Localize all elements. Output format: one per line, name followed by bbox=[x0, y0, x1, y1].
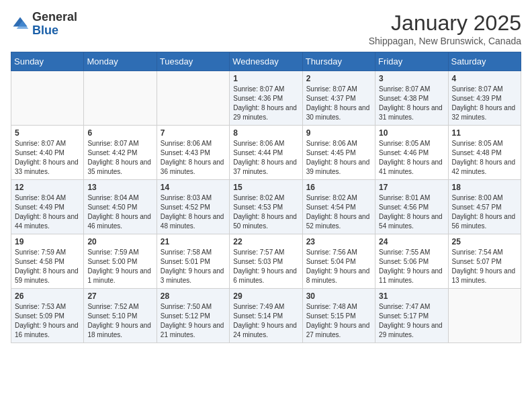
day-number: 18 bbox=[452, 183, 517, 192]
day-content: Sunrise: 8:05 AMSunset: 4:46 PMDaylight:… bbox=[379, 139, 444, 177]
page-header: General Blue January 2025 Shippagan, New… bbox=[11, 11, 521, 46]
calendar-cell: 5Sunrise: 8:07 AMSunset: 4:40 PMDaylight… bbox=[11, 126, 84, 180]
calendar-cell: 3Sunrise: 8:07 AMSunset: 4:38 PMDaylight… bbox=[375, 71, 448, 126]
day-number: 5 bbox=[15, 128, 80, 138]
calendar-cell bbox=[157, 71, 229, 126]
day-number: 8 bbox=[233, 128, 298, 138]
day-number: 31 bbox=[379, 291, 444, 301]
title-block: January 2025 Shippagan, New Brunswick, C… bbox=[369, 11, 521, 46]
logo-blue: Blue bbox=[32, 24, 58, 37]
day-content: Sunrise: 7:49 AMSunset: 5:14 PMDaylight:… bbox=[233, 302, 298, 340]
day-number: 20 bbox=[87, 237, 152, 246]
day-content: Sunrise: 8:07 AMSunset: 4:39 PMDaylight:… bbox=[452, 85, 517, 122]
logo: General Blue bbox=[11, 11, 77, 38]
day-number: 11 bbox=[452, 128, 517, 138]
day-content: Sunrise: 7:59 AMSunset: 5:00 PMDaylight:… bbox=[87, 248, 152, 285]
calendar-cell: 10Sunrise: 8:05 AMSunset: 4:46 PMDayligh… bbox=[375, 126, 448, 180]
calendar-cell: 13Sunrise: 8:04 AMSunset: 4:50 PMDayligh… bbox=[84, 180, 157, 234]
day-content: Sunrise: 8:06 AMSunset: 4:45 PMDaylight:… bbox=[306, 139, 371, 177]
weekday-header: Wednesday bbox=[230, 52, 302, 71]
day-content: Sunrise: 8:07 AMSunset: 4:38 PMDaylight:… bbox=[379, 85, 444, 122]
calendar-week-row: 19Sunrise: 7:59 AMSunset: 4:58 PMDayligh… bbox=[11, 234, 521, 289]
weekday-header: Sunday bbox=[11, 52, 84, 71]
calendar-week-row: 12Sunrise: 8:04 AMSunset: 4:49 PMDayligh… bbox=[11, 180, 521, 234]
day-content: Sunrise: 7:56 AMSunset: 5:04 PMDaylight:… bbox=[306, 248, 371, 285]
day-number: 26 bbox=[15, 291, 80, 301]
day-number: 12 bbox=[15, 183, 80, 192]
day-number: 10 bbox=[379, 128, 444, 138]
calendar-cell: 25Sunrise: 7:54 AMSunset: 5:07 PMDayligh… bbox=[448, 234, 521, 289]
weekday-header-row: SundayMondayTuesdayWednesdayThursdayFrid… bbox=[11, 52, 521, 71]
calendar-cell: 29Sunrise: 7:49 AMSunset: 5:14 PMDayligh… bbox=[230, 289, 302, 343]
calendar-cell: 27Sunrise: 7:52 AMSunset: 5:10 PMDayligh… bbox=[84, 289, 157, 343]
calendar-cell bbox=[448, 289, 521, 343]
calendar-cell: 18Sunrise: 8:00 AMSunset: 4:57 PMDayligh… bbox=[448, 180, 521, 234]
day-content: Sunrise: 8:06 AMSunset: 4:43 PMDaylight:… bbox=[161, 139, 226, 177]
calendar-cell: 16Sunrise: 8:02 AMSunset: 4:54 PMDayligh… bbox=[302, 180, 375, 234]
day-content: Sunrise: 8:07 AMSunset: 4:37 PMDaylight:… bbox=[306, 85, 371, 122]
calendar-cell: 24Sunrise: 7:55 AMSunset: 5:06 PMDayligh… bbox=[375, 234, 448, 289]
day-number: 13 bbox=[87, 183, 152, 192]
day-content: Sunrise: 7:53 AMSunset: 5:09 PMDaylight:… bbox=[15, 302, 80, 340]
day-number: 14 bbox=[161, 183, 226, 192]
day-number: 29 bbox=[233, 291, 298, 301]
weekday-header: Monday bbox=[84, 52, 157, 71]
day-content: Sunrise: 8:00 AMSunset: 4:57 PMDaylight:… bbox=[452, 193, 517, 231]
logo-text: General Blue bbox=[32, 11, 77, 38]
weekday-header: Tuesday bbox=[157, 52, 229, 71]
day-content: Sunrise: 7:55 AMSunset: 5:06 PMDaylight:… bbox=[379, 248, 444, 285]
day-content: Sunrise: 7:54 AMSunset: 5:07 PMDaylight:… bbox=[452, 248, 517, 285]
weekday-header: Friday bbox=[375, 52, 448, 71]
calendar-cell: 31Sunrise: 7:47 AMSunset: 5:17 PMDayligh… bbox=[375, 289, 448, 343]
day-number: 17 bbox=[379, 183, 444, 192]
calendar-cell: 7Sunrise: 8:06 AMSunset: 4:43 PMDaylight… bbox=[157, 126, 229, 180]
day-content: Sunrise: 7:58 AMSunset: 5:01 PMDaylight:… bbox=[161, 248, 226, 285]
day-number: 6 bbox=[87, 128, 152, 138]
day-number: 3 bbox=[379, 74, 444, 83]
calendar-cell bbox=[11, 71, 84, 126]
day-content: Sunrise: 7:50 AMSunset: 5:12 PMDaylight:… bbox=[161, 302, 226, 340]
day-content: Sunrise: 8:07 AMSunset: 4:36 PMDaylight:… bbox=[233, 85, 298, 122]
day-number: 23 bbox=[306, 237, 371, 246]
calendar-cell: 23Sunrise: 7:56 AMSunset: 5:04 PMDayligh… bbox=[302, 234, 375, 289]
day-content: Sunrise: 8:07 AMSunset: 4:42 PMDaylight:… bbox=[87, 139, 152, 177]
calendar-week-row: 26Sunrise: 7:53 AMSunset: 5:09 PMDayligh… bbox=[11, 289, 521, 343]
calendar-cell: 1Sunrise: 8:07 AMSunset: 4:36 PMDaylight… bbox=[230, 71, 302, 126]
calendar-cell: 11Sunrise: 8:05 AMSunset: 4:48 PMDayligh… bbox=[448, 126, 521, 180]
day-content: Sunrise: 8:03 AMSunset: 4:52 PMDaylight:… bbox=[161, 193, 226, 231]
location: Shippagan, New Brunswick, Canada bbox=[369, 36, 521, 46]
calendar-cell: 26Sunrise: 7:53 AMSunset: 5:09 PMDayligh… bbox=[11, 289, 84, 343]
day-content: Sunrise: 8:06 AMSunset: 4:44 PMDaylight:… bbox=[233, 139, 298, 177]
day-number: 25 bbox=[452, 237, 517, 246]
day-number: 9 bbox=[306, 128, 371, 138]
calendar-cell: 12Sunrise: 8:04 AMSunset: 4:49 PMDayligh… bbox=[11, 180, 84, 234]
calendar-cell bbox=[84, 71, 157, 126]
calendar-cell: 6Sunrise: 8:07 AMSunset: 4:42 PMDaylight… bbox=[84, 126, 157, 180]
calendar-cell: 17Sunrise: 8:01 AMSunset: 4:56 PMDayligh… bbox=[375, 180, 448, 234]
day-content: Sunrise: 8:02 AMSunset: 4:54 PMDaylight:… bbox=[306, 193, 371, 231]
day-content: Sunrise: 8:04 AMSunset: 4:49 PMDaylight:… bbox=[15, 193, 80, 231]
day-number: 1 bbox=[233, 74, 298, 83]
day-number: 7 bbox=[161, 128, 226, 138]
calendar-cell: 14Sunrise: 8:03 AMSunset: 4:52 PMDayligh… bbox=[157, 180, 229, 234]
calendar-week-row: 1Sunrise: 8:07 AMSunset: 4:36 PMDaylight… bbox=[11, 71, 521, 126]
logo-general: General bbox=[32, 10, 77, 24]
calendar-cell: 22Sunrise: 7:57 AMSunset: 5:03 PMDayligh… bbox=[230, 234, 302, 289]
day-number: 30 bbox=[306, 291, 371, 301]
day-content: Sunrise: 7:47 AMSunset: 5:17 PMDaylight:… bbox=[379, 302, 444, 340]
day-content: Sunrise: 7:52 AMSunset: 5:10 PMDaylight:… bbox=[87, 302, 152, 340]
weekday-header: Thursday bbox=[302, 52, 375, 71]
day-number: 15 bbox=[233, 183, 298, 192]
calendar-cell: 28Sunrise: 7:50 AMSunset: 5:12 PMDayligh… bbox=[157, 289, 229, 343]
logo-icon bbox=[11, 15, 30, 34]
day-content: Sunrise: 8:07 AMSunset: 4:40 PMDaylight:… bbox=[15, 139, 80, 177]
calendar-cell: 30Sunrise: 7:48 AMSunset: 5:15 PMDayligh… bbox=[302, 289, 375, 343]
calendar-cell: 4Sunrise: 8:07 AMSunset: 4:39 PMDaylight… bbox=[448, 71, 521, 126]
calendar-cell: 2Sunrise: 8:07 AMSunset: 4:37 PMDaylight… bbox=[302, 71, 375, 126]
day-content: Sunrise: 8:01 AMSunset: 4:56 PMDaylight:… bbox=[379, 193, 444, 231]
day-content: Sunrise: 8:04 AMSunset: 4:50 PMDaylight:… bbox=[87, 193, 152, 231]
calendar-cell: 19Sunrise: 7:59 AMSunset: 4:58 PMDayligh… bbox=[11, 234, 84, 289]
day-number: 21 bbox=[161, 237, 226, 246]
calendar-cell: 9Sunrise: 8:06 AMSunset: 4:45 PMDaylight… bbox=[302, 126, 375, 180]
day-content: Sunrise: 7:48 AMSunset: 5:15 PMDaylight:… bbox=[306, 302, 371, 340]
